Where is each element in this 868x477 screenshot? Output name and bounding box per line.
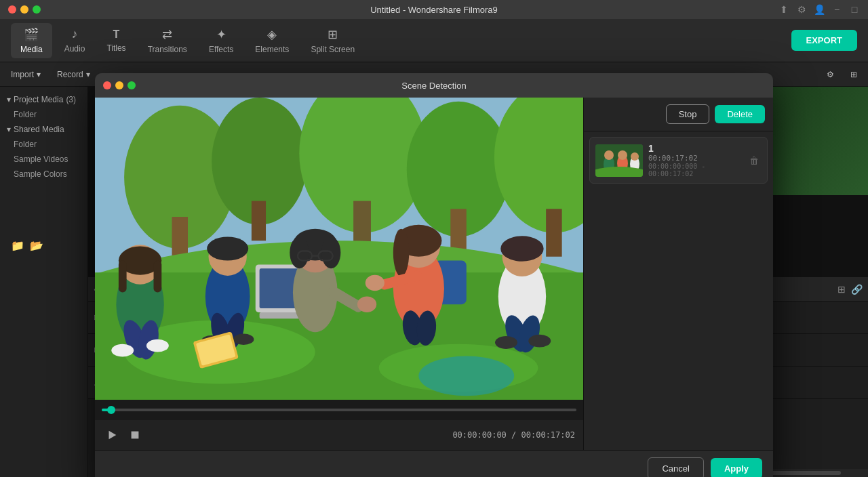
- scene-delete-button[interactable]: 🗑: [747, 154, 762, 167]
- video-scene: [95, 98, 583, 400]
- video-timecode: 00:00:00:00 / 00:00:17:02: [452, 430, 575, 440]
- svg-point-22: [111, 344, 134, 357]
- modal-maximize-button[interactable]: [127, 81, 136, 89]
- scene-info: 1 00:00:17:02 00:00:00:000 - 00:00:17:02: [648, 143, 741, 178]
- play-button[interactable]: [103, 426, 121, 444]
- modal-minimize-button[interactable]: [115, 81, 123, 89]
- svg-point-48: [393, 229, 409, 276]
- modal-scenes-header: Stop Delete: [584, 98, 773, 131]
- modal-title: Scene Detection: [401, 81, 466, 91]
- modal-video-section: 00:00:00:00 / 00:00:17:02: [95, 98, 583, 450]
- scene-thumbnail: [595, 144, 643, 177]
- account-icon[interactable]: 👤: [814, 4, 825, 15]
- window-icon[interactable]: □: [849, 4, 860, 15]
- share-icon[interactable]: ⬆: [778, 4, 789, 15]
- svg-point-26: [207, 236, 248, 260]
- svg-point-69: [631, 152, 639, 161]
- modal-video-frame: [95, 98, 583, 400]
- title-bar: Untitled - Wondershare Filmora9 ⬆ ⚙ 👤 − …: [0, 0, 868, 19]
- svg-point-58: [495, 336, 517, 349]
- apply-button[interactable]: Apply: [711, 458, 762, 477]
- svg-point-30: [233, 334, 254, 345]
- scene-thumb-image: [595, 144, 643, 177]
- scrubber-bar[interactable]: [102, 409, 576, 411]
- svg-rect-10: [546, 209, 561, 256]
- stop-icon: [132, 432, 139, 439]
- modal-body: 00:00:00:00 / 00:00:17:02 Stop Delete: [95, 98, 773, 450]
- play-icon: [109, 431, 117, 440]
- scene-detection-modal: Scene Detection: [95, 73, 773, 477]
- scene-number: 1: [648, 143, 741, 154]
- modal-close-button[interactable]: [103, 81, 111, 89]
- scene-duration: 00:00:17:02: [648, 154, 741, 163]
- svg-point-62: [418, 356, 514, 396]
- svg-point-65: [604, 150, 614, 160]
- modal-overlay: Scene Detection: [0, 19, 868, 477]
- app-title: Untitled - Wondershare Filmora9: [370, 5, 498, 15]
- modal-video-controls: 00:00:00:00 / 00:00:17:02: [95, 420, 583, 450]
- title-bar-icons: ⬆ ⚙ 👤 − □: [778, 4, 860, 15]
- svg-rect-19: [154, 261, 162, 293]
- svg-point-59: [528, 335, 551, 348]
- maximize-button[interactable]: [33, 5, 41, 14]
- svg-point-55: [500, 236, 543, 262]
- svg-point-43: [357, 296, 376, 312]
- modal-scenes-section: Stop Delete: [583, 98, 773, 450]
- delete-button[interactable]: Delete: [715, 105, 765, 123]
- modal-footer: Cancel Apply: [95, 450, 773, 477]
- modal-traffic-lights: [103, 81, 136, 89]
- scenes-list: 1 00:00:17:02 00:00:00:000 - 00:00:17:02…: [584, 131, 773, 450]
- stop-button[interactable]: Stop: [666, 104, 710, 124]
- svg-rect-8: [450, 209, 466, 253]
- svg-point-23: [146, 339, 169, 352]
- scene-item[interactable]: 1 00:00:17:02 00:00:00:000 - 00:00:17:02…: [589, 137, 768, 184]
- settings-icon[interactable]: ⚙: [796, 4, 807, 15]
- minimize-icon[interactable]: −: [831, 4, 842, 15]
- stop-button[interactable]: [126, 426, 144, 444]
- modal-video-scrubber[interactable]: [95, 400, 583, 420]
- svg-point-70: [595, 167, 643, 177]
- modal-titlebar: Scene Detection: [95, 73, 773, 98]
- svg-point-67: [618, 150, 627, 160]
- svg-rect-4: [252, 201, 266, 241]
- traffic-lights: [8, 5, 41, 14]
- cancel-button[interactable]: Cancel: [648, 457, 703, 477]
- close-button[interactable]: [8, 5, 16, 14]
- scene-range: 00:00:00:000 - 00:00:17:02: [648, 163, 741, 178]
- svg-point-50: [366, 275, 384, 291]
- minimize-button[interactable]: [20, 5, 28, 14]
- svg-rect-18: [119, 261, 127, 293]
- scrubber-thumb[interactable]: [107, 406, 115, 414]
